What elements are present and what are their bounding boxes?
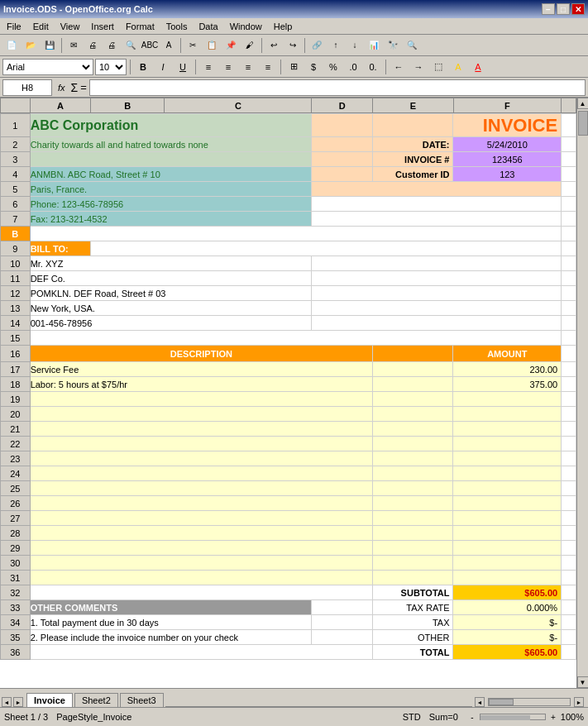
maximize-button[interactable]: □ <box>557 3 570 15</box>
cell-a9-billto[interactable]: BILL TO: <box>30 241 91 256</box>
cell-a18-labor[interactable]: Labor: 5 hours at $75/hr <box>30 377 372 392</box>
tab-sheet2[interactable]: Sheet2 <box>74 693 118 707</box>
cell-a3[interactable] <box>30 152 312 167</box>
col-header-c[interactable]: C <box>165 98 312 113</box>
menu-window[interactable]: Window <box>225 20 267 33</box>
close-button[interactable]: ✕ <box>571 3 585 15</box>
preview-button[interactable]: 🔍 <box>122 36 140 55</box>
cell-row19[interactable] <box>30 392 372 407</box>
cell-row15[interactable] <box>30 331 562 346</box>
tab-invoice[interactable]: Invoice <box>26 693 73 707</box>
cell-f18-labor-amount[interactable]: 375.00 <box>453 377 562 392</box>
cell-f34-tax-val[interactable]: $- <box>453 615 562 630</box>
cell-e4-cust-label[interactable]: Customer ID <box>373 167 453 182</box>
cell-a7[interactable]: Fax: 213-321-4532 <box>30 212 312 227</box>
tab-sheet3[interactable]: Sheet3 <box>120 693 164 707</box>
cell-reference-input[interactable] <box>2 79 52 96</box>
h-scroll-thumb[interactable] <box>489 699 514 705</box>
underline-button[interactable]: U <box>174 59 192 75</box>
cell-d5[interactable] <box>312 182 562 197</box>
cell-a6[interactable]: Phone: 123-456-78956 <box>30 197 312 212</box>
font-size-select[interactable]: 10 <box>95 59 127 75</box>
sort-asc[interactable]: ↑ <box>327 36 345 55</box>
tab-scroll-left[interactable]: ◄ <box>2 697 12 707</box>
cell-e1[interactable] <box>373 114 453 137</box>
cell-a14[interactable]: 001-456-78956 <box>30 316 312 331</box>
cell-e34-tax-label[interactable]: TAX <box>373 615 453 630</box>
open-button[interactable]: 📂 <box>22 36 40 55</box>
find-button[interactable]: 🔍 <box>403 36 421 55</box>
cell-d12[interactable] <box>312 286 562 301</box>
cell-a10[interactable]: Mr. XYZ <box>30 256 312 271</box>
cell-d1[interactable] <box>312 114 373 137</box>
cell-a35-comment2[interactable]: 2. Please include the invoice number on … <box>30 630 312 645</box>
new-button[interactable]: 📄 <box>2 36 21 55</box>
menu-insert[interactable]: Insert <box>86 20 119 33</box>
menu-file[interactable]: File <box>2 20 26 33</box>
save-button[interactable]: 💾 <box>41 36 59 55</box>
sigma-btn[interactable]: Σ <box>71 81 79 94</box>
formula-input[interactable] <box>89 79 586 96</box>
paste-button[interactable]: 📌 <box>222 36 240 55</box>
cell-a34-comment1[interactable]: 1. Total payment due in 30 days <box>30 615 312 630</box>
cell-a5[interactable]: Paris, France. <box>30 182 312 197</box>
cell-row8[interactable] <box>30 227 562 241</box>
cell-d10[interactable] <box>312 256 562 271</box>
cell-d35[interactable] <box>312 630 373 645</box>
cell-f3-invoice-num[interactable]: 123456 <box>453 152 562 167</box>
zoom-out-btn[interactable]: - <box>466 711 478 723</box>
col-header-e[interactable]: E <box>373 98 453 113</box>
hyperlink-button[interactable]: 🔗 <box>308 36 326 55</box>
print-button[interactable]: 🖨 <box>103 36 121 55</box>
border-btn[interactable]: ⬚ <box>429 59 447 75</box>
bold-button[interactable]: B <box>134 59 152 75</box>
cell-d34[interactable] <box>312 615 373 630</box>
h-scroll-track[interactable] <box>488 698 571 706</box>
cell-e17[interactable] <box>373 362 453 377</box>
menu-edit[interactable]: Edit <box>28 20 54 33</box>
cell-e2-date-label[interactable]: DATE: <box>373 137 453 152</box>
align-right[interactable]: ≡ <box>239 59 257 75</box>
cell-a11[interactable]: DEF Co. <box>30 271 312 286</box>
cell-d4[interactable] <box>312 167 373 182</box>
tab-scroll-right[interactable]: ► <box>13 697 23 707</box>
cell-d33[interactable] <box>312 600 373 615</box>
cell-e35-other-label[interactable]: OTHER <box>373 630 453 645</box>
cell-a1[interactable]: ABC Corporation <box>30 114 312 137</box>
equals-btn[interactable]: = <box>80 81 87 93</box>
col-header-a[interactable]: A <box>30 98 91 113</box>
redo-button[interactable]: ↪ <box>284 36 302 55</box>
pdf-button[interactable]: 🖨 <box>84 36 102 55</box>
menu-format[interactable]: Format <box>121 20 160 33</box>
minimize-button[interactable]: − <box>542 3 555 15</box>
scroll-track[interactable] <box>577 109 588 676</box>
cell-f32-subtotal-val[interactable]: $605.00 <box>453 585 562 600</box>
remove-decimal[interactable]: 0. <box>364 59 382 75</box>
cell-a16-desc-header[interactable]: DESCRIPTION <box>30 346 372 362</box>
cell-a4[interactable]: ANMBN. ABC Road, Street # 10 <box>30 167 312 182</box>
merge-cells[interactable]: ⊞ <box>284 59 303 75</box>
function-wizard-btn[interactable]: fx <box>55 83 69 93</box>
spellcheck-button[interactable]: ABC <box>141 36 159 55</box>
email-button[interactable]: ✉ <box>65 36 83 55</box>
menu-data[interactable]: Data <box>194 20 222 33</box>
indent-decrease[interactable]: ← <box>390 59 408 75</box>
scroll-up-btn[interactable]: ▲ <box>577 98 589 109</box>
h-scroll-right[interactable]: ► <box>574 697 584 707</box>
undo-button[interactable]: ↩ <box>265 36 283 55</box>
font-color-btn[interactable]: A <box>469 59 487 75</box>
cell-f17-service-amount[interactable]: 230.00 <box>453 362 562 377</box>
cell-f4-cust-val[interactable]: 123 <box>453 167 562 182</box>
copy-button[interactable]: 📋 <box>203 36 221 55</box>
align-left[interactable]: ≡ <box>199 59 218 75</box>
cell-f1[interactable]: INVOICE <box>453 114 562 137</box>
format-paintbrush[interactable]: 🖌 <box>241 36 259 55</box>
add-decimal[interactable]: .0 <box>344 59 362 75</box>
cell-e18[interactable] <box>373 377 453 392</box>
cell-f35-other-val[interactable]: $- <box>453 630 562 645</box>
zoom-slider[interactable] <box>480 714 546 720</box>
scroll-thumb[interactable] <box>578 111 588 136</box>
sort-desc[interactable]: ↓ <box>346 36 364 55</box>
cell-d11[interactable] <box>312 271 562 286</box>
col-header-d[interactable]: D <box>312 98 373 113</box>
